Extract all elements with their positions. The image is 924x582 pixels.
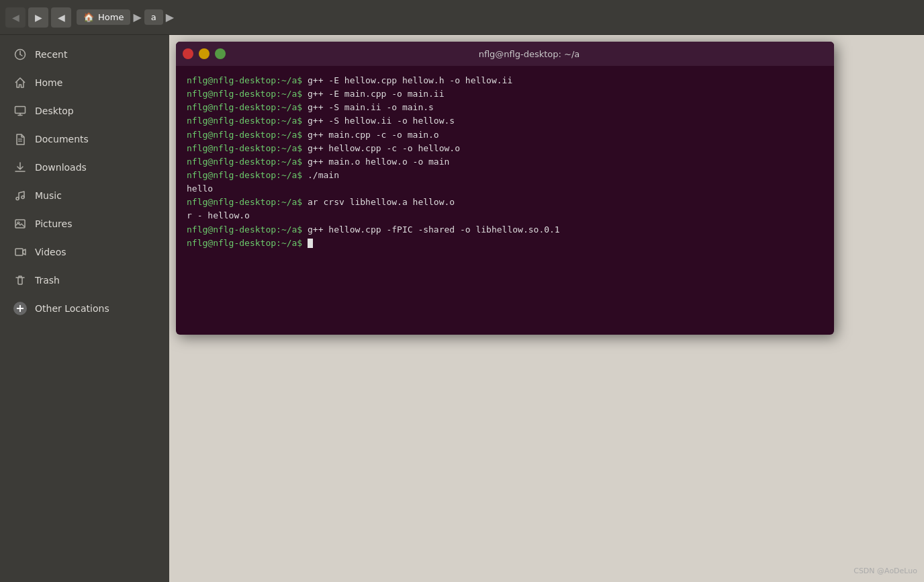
- watermark: CSDN @AoDeLuo: [853, 567, 917, 575]
- sidebar-label-music: Music: [35, 190, 62, 201]
- home-label: Home: [98, 12, 124, 22]
- svg-line-2: [20, 54, 22, 56]
- terminal-body[interactable]: nflg@nflg-desktop:~/a$ g++ -E hellow.cpp…: [176, 66, 834, 335]
- music-icon: [13, 189, 27, 202]
- terminal-titlebar: nflg@nflg-desktop: ~/a: [176, 42, 834, 66]
- sidebar-item-recent[interactable]: Recent: [3, 41, 167, 68]
- svg-rect-11: [15, 220, 25, 228]
- home-icon: 🏠: [83, 12, 94, 22]
- svg-rect-13: [15, 249, 23, 255]
- main-area: Recent Home Desktop: [0, 35, 924, 582]
- sidebar-item-videos[interactable]: Videos: [3, 239, 167, 265]
- terminal-line-6: nflg@nflg-desktop:~/a$ g++ hellow.cpp -c…: [187, 142, 823, 155]
- breadcrumb-folder[interactable]: a: [144, 9, 163, 25]
- home-icon: [13, 76, 27, 89]
- sidebar-item-music[interactable]: Music: [3, 182, 167, 209]
- terminal-line-9: nflg@nflg-desktop:~/a$ ar crsv libhellow…: [187, 196, 823, 209]
- breadcrumb: 🏠 Home ▶ a ▶: [77, 9, 175, 25]
- sidebar-label-other: Other Locations: [35, 303, 109, 314]
- sidebar-item-documents[interactable]: Documents: [3, 126, 167, 153]
- picture-icon: [13, 217, 27, 231]
- sidebar-item-pictures[interactable]: Pictures: [3, 210, 167, 237]
- back-button[interactable]: ◀: [5, 7, 26, 28]
- breadcrumb-home[interactable]: 🏠 Home: [77, 9, 130, 25]
- terminal-window: nflg@nflg-desktop: ~/a nflg@nflg-desktop…: [176, 42, 834, 335]
- sidebar-label-trash: Trash: [35, 275, 60, 286]
- clock-icon: [13, 48, 27, 61]
- sidebar-label-downloads: Downloads: [35, 162, 87, 173]
- terminal-minimize-button[interactable]: [199, 48, 210, 59]
- terminal-line-4: nflg@nflg-desktop:~/a$ g++ -S hellow.ii …: [187, 114, 823, 128]
- sidebar-item-downloads[interactable]: Downloads: [3, 154, 167, 181]
- sidebar-item-trash[interactable]: Trash: [3, 267, 167, 294]
- terminal-output-r: r - hellow.o: [187, 209, 823, 222]
- svg-rect-3: [15, 107, 26, 114]
- sidebar-label-pictures: Pictures: [35, 218, 72, 229]
- terminal-line-3: nflg@nflg-desktop:~/a$ g++ -S main.ii -o…: [187, 101, 823, 114]
- terminal-maximize-button[interactable]: [215, 48, 226, 59]
- terminal-line-1: nflg@nflg-desktop:~/a$ g++ -E hellow.cpp…: [187, 74, 823, 87]
- sidebar-label-desktop: Desktop: [35, 106, 74, 116]
- file-area[interactable]: C++ hellow.cpp .h: [169, 35, 924, 582]
- sidebar-item-desktop[interactable]: Desktop: [3, 97, 167, 124]
- terminal-title: nflg@nflg-desktop: ~/a: [479, 49, 580, 59]
- sidebar-label-videos: Videos: [35, 247, 66, 257]
- terminal-line-2: nflg@nflg-desktop:~/a$ g++ -E main.cpp -…: [187, 87, 823, 101]
- forward-button[interactable]: ▶: [28, 7, 48, 28]
- sidebar-label-documents: Documents: [35, 134, 89, 144]
- sidebar: Recent Home Desktop: [0, 35, 169, 582]
- breadcrumb-separator2: ▶: [166, 11, 174, 24]
- sidebar-item-home[interactable]: Home: [3, 69, 167, 96]
- up-button[interactable]: ◀: [51, 7, 71, 28]
- desktop-icon: [13, 104, 27, 118]
- add-icon: +: [13, 302, 27, 315]
- svg-point-9: [16, 198, 19, 200]
- top-bar: ◀ ▶ ◀ 🏠 Home ▶ a ▶: [0, 0, 924, 35]
- document-icon: [13, 132, 27, 146]
- terminal-output-hello: hello: [187, 182, 823, 196]
- terminal-line-7: nflg@nflg-desktop:~/a$ g++ main.o hellow…: [187, 155, 823, 169]
- terminal-line-5: nflg@nflg-desktop:~/a$ g++ main.cpp -c -…: [187, 128, 823, 142]
- terminal-line-10: nflg@nflg-desktop:~/a$ g++ hellow.cpp -f…: [187, 223, 823, 237]
- breadcrumb-separator: ▶: [133, 11, 141, 24]
- terminal-line-11: nflg@nflg-desktop:~/a$: [187, 237, 823, 250]
- terminal-close-button[interactable]: [183, 48, 193, 59]
- sidebar-item-other-locations[interactable]: + Other Locations: [3, 295, 167, 322]
- video-icon: [13, 245, 27, 259]
- trash-icon: [13, 274, 27, 287]
- sidebar-label-recent: Recent: [35, 49, 67, 60]
- terminal-line-8: nflg@nflg-desktop:~/a$ ./main: [187, 169, 823, 182]
- sidebar-label-home: Home: [35, 77, 62, 88]
- svg-point-10: [21, 196, 24, 199]
- download-icon: [13, 161, 27, 174]
